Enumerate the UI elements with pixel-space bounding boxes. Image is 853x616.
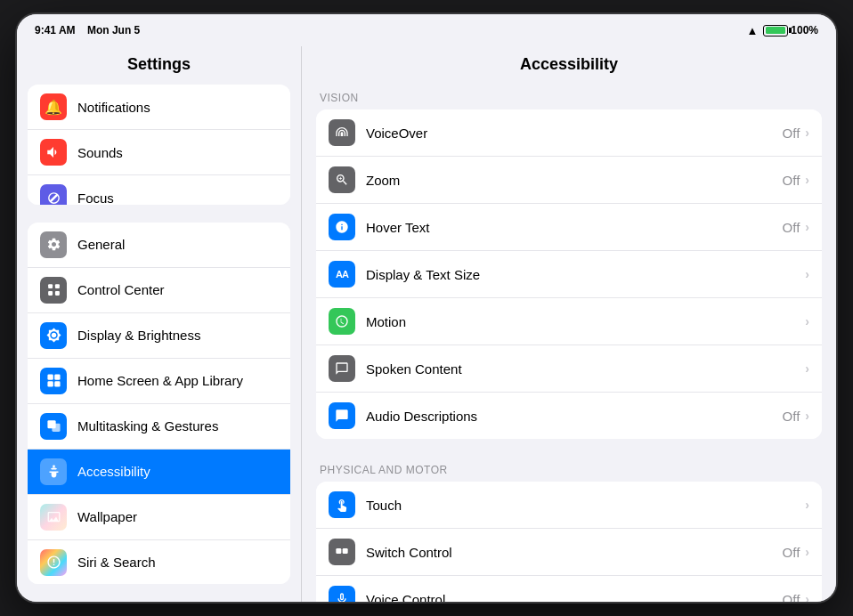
settings-item-voice-control[interactable]: Voice Control Off › [316,576,822,602]
settings-item-touch[interactable]: Touch › [316,482,822,529]
right-panel: Accessibility VISION VoiceOver Off › [302,46,836,602]
sidebar-title: Settings [17,46,301,85]
settings-item-value: Off [783,409,800,424]
sidebar-item-label: Focus [77,190,114,205]
sidebar-item-wallpaper[interactable]: Wallpaper [28,495,290,540]
physical-motor-section-label: PHYSICAL AND MOTOR [302,457,836,482]
switch-control-icon [329,539,355,565]
settings-item-voiceover[interactable]: VoiceOver Off › [316,109,822,157]
sidebar-item-notifications[interactable]: 🔔 Notifications [28,85,290,130]
zoom-icon [329,166,355,193]
spoken-content-icon [329,355,355,382]
sidebar-item-label: Accessibility [77,464,150,479]
settings-item-label: Switch Control [366,545,783,560]
settings-item-label: VoiceOver [366,126,783,141]
settings-item-spoken-content[interactable]: Spoken Content › [316,345,822,393]
settings-item-motion[interactable]: Motion › [316,298,822,345]
battery-indicator: 100% [763,24,818,36]
battery-fill [766,27,785,34]
chevron-icon: › [805,220,809,234]
chevron-icon: › [805,126,809,140]
sidebar-item-label: Control Center [77,282,165,297]
sidebar-item-label: Display & Brightness [77,328,200,343]
settings-item-value: Off [783,592,800,603]
ipad-frame: 9:41 AM Mon Jun 5 ▲ 100% Settings 🔔 Noti… [17,14,836,602]
chevron-icon: › [805,498,809,512]
wifi-icon: ▲ [746,24,758,37]
settings-item-label: Motion [366,314,805,329]
sidebar-item-label: General [77,237,125,252]
settings-item-value: Off [783,173,800,188]
voice-control-icon [329,586,355,602]
battery-percent: 100% [791,24,818,36]
settings-item-label: Display & Text Size [366,267,805,282]
sidebar-item-control-center[interactable]: Control Center [28,268,290,313]
chevron-icon: › [805,592,809,602]
battery-bar [763,25,788,36]
wallpaper-icon [40,504,67,531]
svg-rect-6 [47,382,53,387]
sidebar-item-label: Wallpaper [77,509,137,524]
svg-rect-0 [48,285,53,289]
vision-section-label: VISION [302,85,836,109]
settings-item-hover-text[interactable]: Hover Text Off › [316,204,822,251]
sidebar-item-home-screen[interactable]: Home Screen & App Library [28,359,290,404]
sidebar-item-label: Notifications [77,100,150,115]
settings-item-value: Off [783,126,800,141]
chevron-icon: › [805,173,809,187]
status-bar: 9:41 AM Mon Jun 5 ▲ 100% [17,14,836,46]
status-time: 9:41 AM [35,24,76,36]
status-date: Mon Jun 5 [87,24,140,36]
settings-item-value: Off [783,545,800,560]
sidebar-item-label: Home Screen & App Library [77,373,243,388]
sidebar-item-general[interactable]: General [28,223,290,268]
svg-rect-11 [336,548,341,554]
settings-item-label: Audio Descriptions [366,409,783,424]
settings-item-zoom[interactable]: Zoom Off › [316,157,822,204]
svg-rect-2 [48,291,53,296]
svg-rect-12 [343,548,348,554]
settings-item-label: Hover Text [366,220,783,235]
home-screen-icon [40,368,67,394]
vision-group: VoiceOver Off › Zoom Off › [316,109,822,439]
chevron-icon: › [805,314,809,328]
svg-rect-7 [54,382,60,387]
settings-item-label: Voice Control [366,592,783,603]
chevron-icon: › [805,545,809,559]
sidebar-item-sounds[interactable]: Sounds [28,130,290,175]
sidebar-item-accessibility[interactable]: Accessibility [28,450,290,495]
main-content: Settings 🔔 Notifications Sounds [17,46,836,602]
settings-item-switch-control[interactable]: Switch Control Off › [316,529,822,576]
control-center-icon [40,277,67,304]
multitasking-icon [40,413,67,440]
svg-rect-5 [54,375,60,380]
sounds-icon [40,139,67,166]
hover-text-icon [329,214,355,240]
svg-rect-1 [54,285,59,289]
panel-title: Accessibility [302,46,836,85]
sidebar-group-1: 🔔 Notifications Sounds Focus [28,85,290,205]
settings-item-label: Spoken Content [366,361,805,377]
sidebar-item-label: Sounds [77,145,123,160]
svg-rect-3 [54,291,59,296]
status-right: ▲ 100% [746,24,818,37]
sidebar-item-focus[interactable]: Focus [28,175,290,205]
chevron-icon: › [805,267,809,281]
settings-item-audio-descriptions[interactable]: Audio Descriptions Off › [316,393,822,439]
touch-icon [329,491,355,518]
display-text-size-icon: AA [329,261,355,288]
settings-item-label: Touch [366,498,805,513]
siri-icon [40,549,67,576]
sidebar-item-display-brightness[interactable]: Display & Brightness [28,313,290,359]
voiceover-icon [329,119,355,146]
motion-icon [329,308,355,335]
sidebar-item-siri-search[interactable]: Siri & Search [28,540,290,584]
svg-rect-4 [47,375,53,380]
sidebar: Settings 🔔 Notifications Sounds [17,46,302,602]
audio-descriptions-icon [329,402,355,429]
sidebar-item-multitasking[interactable]: Multitasking & Gestures [28,404,290,450]
svg-point-10 [53,466,55,468]
physical-motor-group: Touch › Switch Control Off › [316,482,822,602]
display-brightness-icon [40,322,67,349]
settings-item-display-text-size[interactable]: AA Display & Text Size › [316,251,822,298]
